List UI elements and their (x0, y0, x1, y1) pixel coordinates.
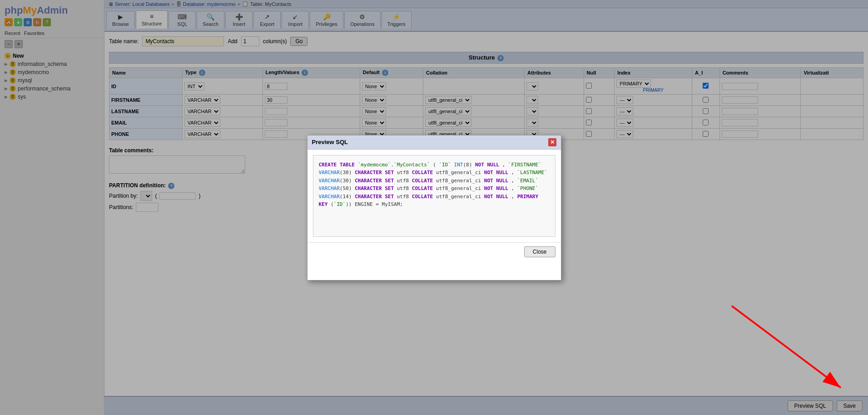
modal-title: Preview SQL (312, 139, 348, 145)
modal-footer: Close (308, 242, 561, 261)
modal-header: Preview SQL ✕ (308, 135, 561, 150)
svg-line-1 (732, 306, 841, 388)
red-arrow-svg (686, 279, 868, 415)
modal-close-button[interactable]: ✕ (548, 138, 556, 146)
preview-sql-modal: Preview SQL ✕ CREATE TABLE `mydemocmo`.`… (307, 135, 561, 280)
modal-overlay: Preview SQL ✕ CREATE TABLE `mydemocmo`.`… (0, 0, 868, 415)
sql-preview-box: CREATE TABLE `mydemocmo`.`MyContacts` ( … (313, 155, 556, 237)
modal-close-btn[interactable]: Close (524, 246, 556, 257)
modal-body: CREATE TABLE `mydemocmo`.`MyContacts` ( … (308, 150, 561, 242)
